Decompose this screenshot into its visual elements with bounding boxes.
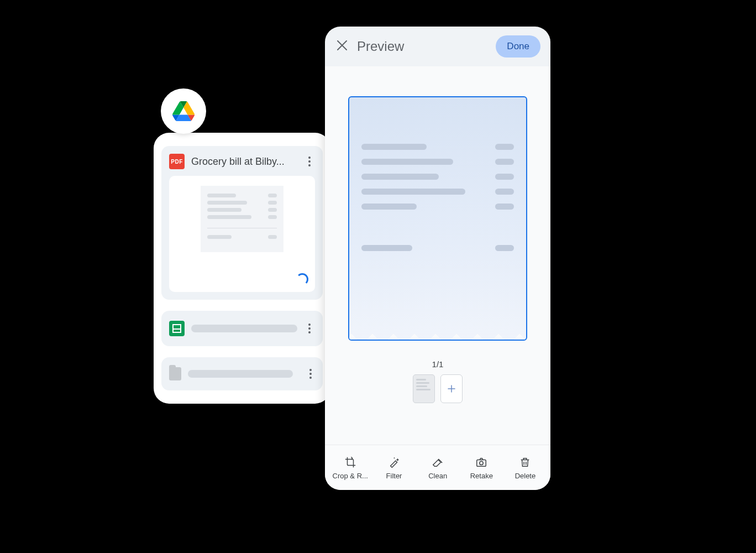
page-thumbnail-row (413, 374, 463, 403)
preview-title: Preview (357, 39, 488, 54)
file-title-placeholder (188, 370, 293, 378)
file-thumbnail-area (169, 176, 315, 292)
crop-rotate-button[interactable]: Crop & R... (333, 456, 368, 480)
tool-label: Clean (428, 472, 447, 480)
preview-body: 1/1 (325, 66, 550, 445)
preview-toolbar: Crop & R... Filter Clean Retake Delete (325, 445, 550, 490)
retake-button[interactable]: Retake (464, 456, 499, 480)
file-title-placeholder (191, 325, 297, 332)
clean-button[interactable]: Clean (420, 456, 455, 480)
camera-icon (475, 456, 488, 469)
preview-header: Preview Done (325, 27, 550, 66)
trash-icon (518, 456, 532, 469)
filter-magic-icon (387, 456, 401, 469)
sheets-icon (169, 321, 185, 336)
page-counter: 1/1 (432, 359, 444, 369)
svg-point-1 (480, 461, 483, 465)
tool-label: Delete (515, 472, 536, 480)
drive-logo (161, 88, 206, 134)
add-page-button[interactable] (440, 374, 463, 403)
loading-spinner-icon (296, 273, 308, 285)
more-menu-button[interactable] (304, 156, 315, 166)
more-menu-button[interactable] (306, 369, 315, 379)
done-button[interactable]: Done (496, 35, 540, 58)
pdf-icon: PDF (169, 154, 185, 169)
page-thumbnail[interactable] (413, 374, 435, 403)
scan-preview-panel: Preview Done 1/1 (325, 27, 550, 490)
file-item-pdf[interactable]: PDF Grocery bill at Bilby... (161, 146, 323, 300)
tool-label: Retake (470, 472, 493, 480)
tool-label: Crop & R... (333, 472, 368, 480)
close-icon (337, 40, 347, 50)
folder-icon (169, 367, 181, 380)
plus-icon (447, 384, 456, 393)
tool-label: Filter (386, 472, 402, 480)
crop-rotate-icon (344, 456, 357, 469)
file-item-sheet[interactable] (161, 311, 323, 346)
close-button[interactable] (335, 39, 349, 54)
svg-rect-0 (477, 460, 486, 466)
filter-button[interactable]: Filter (376, 456, 412, 480)
file-item-folder[interactable] (161, 357, 323, 390)
scan-crop-frame[interactable] (348, 96, 527, 341)
drive-logo-icon (172, 101, 195, 121)
receipt-thumbnail (201, 186, 284, 252)
drive-file-list: PDF Grocery bill at Bilby... (154, 133, 330, 404)
eraser-icon (431, 456, 444, 469)
more-menu-button[interactable] (304, 324, 315, 333)
delete-button[interactable]: Delete (507, 456, 543, 480)
file-title: Grocery bill at Bilby... (191, 156, 297, 168)
